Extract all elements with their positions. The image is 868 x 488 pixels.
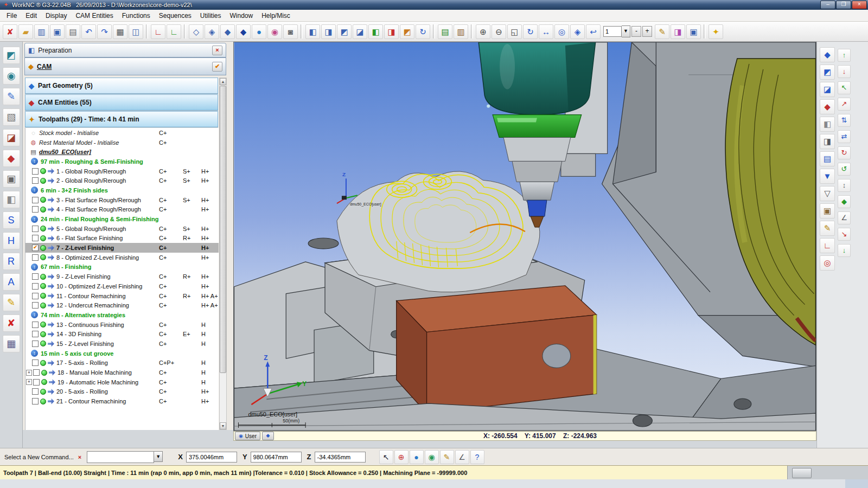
dynamic-view-icon[interactable]: ● bbox=[410, 450, 424, 464]
tree-row-toolpath[interactable]: 8 - Optimized Z-Level FinishingC+H+ bbox=[25, 253, 219, 262]
menu-window[interactable]: Window bbox=[226, 11, 258, 21]
tree-row-model[interactable]: ◌Stock model - InitialiseC+ bbox=[25, 128, 219, 138]
edit-toolpath-icon[interactable]: ✎ bbox=[3, 294, 20, 311]
stock-remove-icon[interactable]: ◪ bbox=[3, 129, 20, 146]
axis-drop-icon[interactable]: ↓ bbox=[838, 244, 851, 257]
toolpath-checkbox[interactable] bbox=[32, 359, 39, 366]
transform-up-icon[interactable]: ↑ bbox=[838, 49, 851, 62]
tree-row-toolpath[interactable]: 12 - Undercut RemachiningC+H+ A+ bbox=[25, 300, 219, 310]
menu-utilities[interactable]: Utilities bbox=[196, 11, 226, 21]
x-coordinate-input[interactable] bbox=[186, 452, 237, 463]
tree-scrollbar[interactable]: ▲ ▼ bbox=[219, 78, 227, 430]
edit-curve-icon[interactable]: ✎ bbox=[440, 450, 454, 464]
measure-angle-icon[interactable]: ∠ bbox=[455, 450, 469, 464]
stamp-icon[interactable]: ▣ bbox=[820, 203, 835, 219]
cam-confirm-icon[interactable]: ✔ bbox=[212, 62, 222, 72]
tree-row-toolpath[interactable]: 10 - Optimized Z-Level FinishingC+H+ bbox=[25, 281, 219, 291]
stock-box-icon[interactable]: ▧ bbox=[3, 108, 20, 126]
orbit-icon[interactable]: ◉ bbox=[425, 450, 439, 464]
tree-row-toolpath[interactable]: 14 - 3D FinishingC+E+H bbox=[25, 329, 219, 339]
save-icon[interactable]: ▣ bbox=[50, 24, 65, 39]
tree-row-toolpath[interactable]: 9 - Z-Level FinishingC+R+H+ bbox=[25, 272, 219, 281]
rotate-cw-icon[interactable]: ↻ bbox=[838, 146, 851, 159]
toolpath-checkbox[interactable] bbox=[32, 398, 39, 404]
scroll-thumb[interactable] bbox=[220, 86, 226, 373]
machine-3d-view[interactable]: Z dmu50_ECO[user] Z Y dmu50_ECO[user] 50… bbox=[233, 42, 816, 431]
minimize-button[interactable]: – bbox=[820, 1, 835, 9]
close-workzone-icon[interactable]: ✘ bbox=[3, 24, 17, 39]
toolpath-checkbox[interactable] bbox=[33, 379, 40, 386]
expander-icon[interactable]: + bbox=[26, 379, 32, 385]
menu-functions[interactable]: Functions bbox=[118, 11, 155, 21]
zoom-in-icon[interactable]: ⊕ bbox=[476, 24, 490, 39]
toolpath-checkbox[interactable] bbox=[32, 206, 39, 213]
redo-icon[interactable]: ↷ bbox=[97, 24, 112, 39]
license-key-icon[interactable]: ✦ bbox=[709, 24, 723, 39]
user-view-button[interactable]: ◉ User bbox=[235, 432, 260, 440]
view-y-minus-icon[interactable]: ◧ bbox=[368, 24, 383, 39]
toolpath-checkbox[interactable] bbox=[32, 322, 39, 328]
toolpath-checkbox[interactable] bbox=[32, 168, 39, 175]
view-cube-button[interactable]: ◆ bbox=[262, 432, 274, 440]
open-workzone-icon[interactable]: ▰ bbox=[18, 24, 33, 39]
view-preset-1-icon[interactable]: ◆ bbox=[820, 47, 835, 62]
wireframe-view-icon[interactable]: ◇ bbox=[189, 24, 203, 39]
axis-down-right-icon[interactable]: ↘ bbox=[838, 228, 851, 241]
tree-row-toolpath[interactable]: 5 - Global Rough/ReroughC+S+H+ bbox=[25, 224, 219, 234]
tree-row-toolpath[interactable]: 20 - 5-axis - RollingC+H+ bbox=[25, 387, 219, 397]
view-preset-4-icon[interactable]: ◆ bbox=[820, 99, 835, 114]
zoom-select-icon[interactable]: ⊕ bbox=[394, 450, 409, 464]
hidden-line-view-icon[interactable]: ◈ bbox=[205, 24, 219, 39]
material-view-icon[interactable]: ◉ bbox=[267, 24, 282, 39]
erase-entity-icon[interactable]: ◧ bbox=[820, 117, 835, 132]
transform-left-icon[interactable]: ↖ bbox=[838, 81, 851, 94]
view-x-minus-icon[interactable]: ◪ bbox=[353, 24, 367, 39]
view-rotate-icon[interactable]: ↻ bbox=[416, 24, 430, 39]
zoom-level-input[interactable] bbox=[603, 26, 622, 37]
scroll-down-icon[interactable]: ▼ bbox=[220, 422, 226, 429]
filter-icon[interactable]: ▽ bbox=[820, 186, 835, 201]
axes-xy-icon[interactable]: ∟ bbox=[151, 24, 165, 39]
toolpath-checkbox[interactable]: ✔ bbox=[32, 245, 39, 251]
rest-r-icon[interactable]: R bbox=[3, 253, 20, 270]
status-grip-button[interactable] bbox=[792, 468, 812, 478]
transform-right-icon[interactable]: ↗ bbox=[838, 98, 851, 111]
view-z-plus-icon[interactable]: ◩ bbox=[337, 24, 352, 39]
tree-row-toolpath[interactable]: 15 - Z-Level FinishingC+H bbox=[25, 339, 219, 349]
menu-edit[interactable]: Edit bbox=[21, 11, 41, 21]
y-coordinate-input[interactable] bbox=[251, 452, 302, 463]
toolpath-checkbox[interactable] bbox=[32, 341, 39, 347]
close-tab-icon[interactable]: × bbox=[212, 46, 222, 55]
section-part-geometry[interactable]: ◆ Part Geometry (5) bbox=[25, 78, 218, 94]
tab-preparation[interactable]: ◧ Preparation × bbox=[24, 43, 226, 57]
zoom-window-icon[interactable]: ◱ bbox=[507, 24, 522, 39]
collision-check-icon[interactable]: ◆ bbox=[3, 150, 20, 167]
tree-row-group[interactable]: ↕67 min - Finishing bbox=[25, 262, 219, 272]
tree-row-group[interactable]: ↕97 min - Roughing & Semi-Finishing bbox=[25, 157, 219, 166]
import-icon[interactable]: ▥ bbox=[34, 24, 49, 39]
section-view-icon[interactable]: ◨ bbox=[820, 134, 835, 149]
annotate-icon[interactable]: ✎ bbox=[820, 221, 835, 236]
tree-row-toolpath[interactable]: 1 - Global Rough/ReroughC+S+H+ bbox=[25, 166, 219, 176]
tree-row-toolpath[interactable]: ✔7 - Z-Level FinishingC+H+ bbox=[25, 243, 219, 253]
axes-xyz-icon[interactable]: ∟ bbox=[167, 24, 181, 39]
tree-row-toolpath[interactable]: 4 - Flat Surface Rough/ReroughC+H+ bbox=[25, 205, 219, 215]
holder-h-icon[interactable]: H bbox=[3, 232, 20, 249]
rotate-ccw-icon[interactable]: ↺ bbox=[838, 163, 851, 176]
view-iso-icon[interactable]: ◩ bbox=[400, 24, 414, 39]
pan-view-icon[interactable]: ↔ bbox=[539, 24, 553, 39]
active-shaded-view-icon[interactable]: ◆ bbox=[236, 24, 251, 39]
stock-s-icon[interactable]: S bbox=[3, 211, 20, 229]
toolpath-checkbox[interactable] bbox=[32, 331, 39, 337]
view-cube-icon[interactable]: ◩ bbox=[3, 47, 20, 64]
curve-edit-icon[interactable]: ✎ bbox=[3, 88, 20, 105]
menu-display[interactable]: Display bbox=[41, 11, 71, 21]
zoom-dropdown-button[interactable]: ▼ bbox=[622, 25, 630, 37]
tree-row-toolpath[interactable]: 13 - Continuous FinishingC+H bbox=[25, 320, 219, 330]
scroll-up-icon[interactable]: ▲ bbox=[220, 78, 226, 85]
shaded-view-icon[interactable]: ◆ bbox=[220, 24, 235, 39]
holder-box-icon[interactable]: ▣ bbox=[3, 170, 20, 188]
tree-row-group[interactable]: ↕24 min - Final Roughing & Semi-Finishin… bbox=[25, 214, 219, 224]
view-sphere-icon[interactable]: ◉ bbox=[3, 67, 20, 85]
layout-icon[interactable]: ◫ bbox=[129, 24, 143, 39]
